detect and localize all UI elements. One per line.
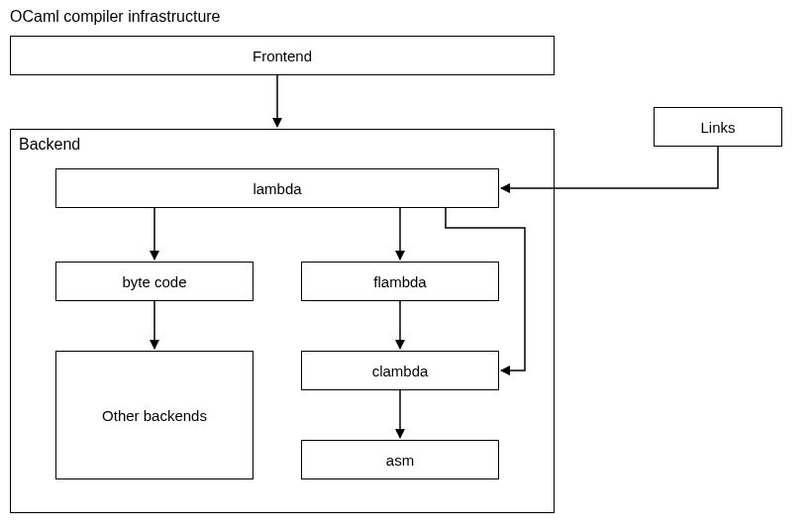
node-other-backends: Other backends	[55, 351, 254, 479]
node-flambda-label: flambda	[373, 273, 426, 290]
node-lambda: lambda	[55, 168, 499, 208]
page-title: OCaml compiler infrastructure	[10, 8, 221, 26]
cluster-backend-label: Backend	[19, 136, 80, 154]
node-bytecode: byte code	[55, 262, 254, 301]
node-flambda: flambda	[301, 262, 499, 301]
node-clambda-label: clambda	[372, 363, 429, 379]
node-bytecode-label: byte code	[122, 273, 186, 290]
node-asm: asm	[301, 440, 499, 479]
node-clambda: clambda	[301, 351, 499, 390]
node-links-label: Links	[700, 119, 735, 136]
node-lambda-label: lambda	[253, 180, 301, 197]
node-other-backends-label: Other backends	[102, 407, 207, 424]
node-links: Links	[654, 107, 782, 147]
node-frontend-label: Frontend	[253, 48, 312, 64]
node-asm-label: asm	[386, 452, 414, 469]
node-frontend: Frontend	[10, 36, 555, 75]
